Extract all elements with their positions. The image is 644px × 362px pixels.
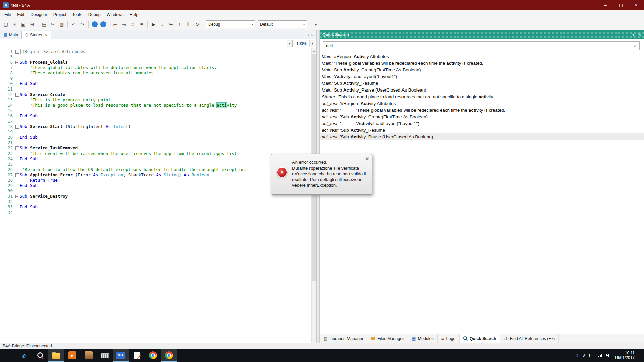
touch-keyboard-icon[interactable] <box>589 354 594 357</box>
panel-tab-modules[interactable]: Modules <box>408 334 438 343</box>
code-line[interactable]: 6−Sub Process_Globals <box>0 60 311 65</box>
code-line[interactable]: 25 <box>0 162 311 167</box>
code-line[interactable]: 18−Sub Service_Start (StartingIntent As … <box>0 124 311 129</box>
clear-search-icon[interactable]: ✕ <box>634 44 637 48</box>
taskbar-file-explorer[interactable] <box>48 349 64 362</box>
uncomment-button[interactable]: ≡ <box>137 20 146 29</box>
code-line[interactable]: 28 Return True <box>0 178 311 183</box>
menu-item-project[interactable]: Project <box>50 10 69 19</box>
code-line[interactable]: 7 'These global variables will be declar… <box>0 65 311 70</box>
navigate-back-button[interactable]: ← <box>90 20 99 29</box>
outdent-button[interactable]: ⇤ <box>111 20 119 29</box>
sub-navigation-combo[interactable]: ▾ <box>1 40 293 47</box>
show-desktop-button[interactable] <box>641 349 643 362</box>
code-line[interactable]: 17 <box>0 119 311 124</box>
code-line[interactable]: 12−Sub Service_Create <box>0 92 311 97</box>
taskbar-archive-app[interactable] <box>80 349 97 362</box>
step-out-button[interactable]: ↑ <box>175 20 184 29</box>
menu-item-designer[interactable]: Designer <box>28 10 50 19</box>
taskbar-b4a-designer[interactable] <box>129 349 145 362</box>
fold-expand-icon[interactable]: + <box>15 50 19 54</box>
tab-main[interactable]: Main <box>1 31 21 39</box>
panel-close-icon[interactable]: ✕ <box>638 32 641 37</box>
taskbar-bank-app[interactable] <box>97 349 113 362</box>
menu-item-file[interactable]: File <box>1 10 14 19</box>
search-result-row[interactable]: act_test:'Sub Activity_Create(FirstTime … <box>320 113 644 120</box>
menu-item-tools[interactable]: Tools <box>69 10 85 19</box>
code-line[interactable]: 16End Sub <box>0 113 311 119</box>
code-line[interactable]: 10End Sub <box>0 81 311 86</box>
code-line[interactable]: 21 <box>0 140 311 145</box>
popup-close-icon[interactable]: ✕ <box>365 156 369 161</box>
code-line[interactable]: 30 <box>0 188 311 194</box>
taskbar-internet-explorer[interactable]: e <box>16 349 32 362</box>
code-line[interactable]: 26 'Return true to allow the OS default … <box>0 167 311 172</box>
menu-item-windows[interactable]: Windows <box>104 10 127 19</box>
scrollbar-track[interactable] <box>312 53 316 338</box>
search-result-row[interactable]: Starter:'This is a good place to load re… <box>320 93 644 100</box>
fold-collapse-icon[interactable]: − <box>15 146 19 150</box>
code-line[interactable]: 14 'This is a good place to load resourc… <box>0 103 311 108</box>
code-line[interactable]: 1+#Region Service Attributes <box>0 49 311 54</box>
undo-button[interactable]: ↶ <box>69 20 78 29</box>
code-line[interactable]: 19 <box>0 129 311 135</box>
taskbar-start[interactable] <box>0 349 16 362</box>
taskbar-chrome[interactable] <box>145 349 161 362</box>
build-profile-select[interactable]: Default▾ <box>258 20 307 28</box>
menu-item-help[interactable]: Help <box>126 10 141 19</box>
taskbar-b4a[interactable]: B4A <box>113 349 129 362</box>
code-line[interactable]: 31−Sub Service_Destroy <box>0 194 311 199</box>
code-line[interactable]: 11 <box>0 86 311 92</box>
fold-collapse-icon[interactable]: − <box>15 61 19 64</box>
network-icon[interactable] <box>598 354 602 357</box>
comment-button[interactable]: ≣ <box>128 20 137 29</box>
menu-item-debug[interactable]: Debug <box>85 10 104 19</box>
fold-collapse-icon[interactable]: − <box>15 125 19 129</box>
tray-chevron-icon[interactable]: ∧ <box>583 353 586 358</box>
toolbar-overflow-button[interactable]: ▾ <box>312 20 320 29</box>
taskbar-media-player[interactable] <box>64 349 80 362</box>
clock[interactable]: 10:11 16/01/2017 <box>614 351 635 360</box>
panel-tab-logs[interactable]: Logs <box>438 334 460 343</box>
save-all-button[interactable]: ⊞ <box>28 20 36 29</box>
new-file-button[interactable]: ▢ <box>2 20 10 29</box>
panel-tab-references[interactable]: Find All References (F7) <box>500 334 559 343</box>
run-button[interactable]: ▶ <box>149 20 158 29</box>
search-result-row[interactable]: Main:'These global variables will be red… <box>320 60 644 66</box>
code-line[interactable]: 32 <box>0 199 311 204</box>
panel-tab-search[interactable]: Quick Search <box>460 334 500 343</box>
zoom-combo[interactable]: 100% ▾ <box>294 40 315 47</box>
code-line[interactable]: 27−Sub Application_Error (Error As Excep… <box>0 172 311 178</box>
restart-button[interactable]: ↻ <box>193 20 201 29</box>
code-editor[interactable]: 1+#Region Service Attributes56−Sub Proce… <box>0 48 316 343</box>
code-line[interactable]: 9 <box>0 76 311 81</box>
scroll-up-icon[interactable]: ▲ <box>312 48 316 53</box>
code-line[interactable]: 23 'This event will be raised when the u… <box>0 151 311 156</box>
search-result-row[interactable]: Main:Sub Activity_Resume <box>320 80 644 86</box>
fold-collapse-icon[interactable]: − <box>15 195 19 198</box>
paste-button[interactable]: ▤ <box>40 20 48 29</box>
step-into-button[interactable]: ↓ <box>158 20 166 29</box>
code-line[interactable]: 5 <box>0 54 311 60</box>
navigate-forward-button[interactable]: → <box>99 20 107 29</box>
quick-search-input[interactable]: acti ✕ <box>323 41 640 50</box>
scroll-down-icon[interactable]: ▼ <box>312 338 316 343</box>
tab-scroll-right-button[interactable]: ▸ <box>311 33 313 37</box>
code-line[interactable]: 8 'These variables can be accessed from … <box>0 70 311 76</box>
fold-collapse-icon[interactable]: − <box>15 93 19 97</box>
code-line[interactable]: 22−Sub Service_TaskRemoved <box>0 145 311 151</box>
code-line[interactable]: 13 'This is the program entry point. <box>0 97 311 103</box>
chevron-down-icon[interactable]: ▾ <box>287 40 292 47</box>
search-result-row[interactable]: act_test:' 'These global variables will … <box>320 107 644 113</box>
copy-button[interactable]: ▧ <box>57 20 66 29</box>
fold-collapse-icon[interactable]: − <box>15 173 19 177</box>
code-line[interactable]: 20End Sub <box>0 135 311 140</box>
pause-button[interactable]: ‖ <box>184 20 193 29</box>
save-button[interactable]: ▣ <box>19 20 28 29</box>
search-result-row[interactable]: Main:Sub Activity_Pause (UserClosed As B… <box>320 86 644 93</box>
panel-tab-files[interactable]: Files Manager <box>367 334 408 343</box>
minimize-button[interactable]: – <box>598 0 613 10</box>
search-result-row[interactable]: act_test:' 'Activity.LoadLayout("Layout1… <box>320 120 644 127</box>
maximize-button[interactable]: ▢ <box>613 0 629 10</box>
volume-icon[interactable] <box>606 353 611 357</box>
